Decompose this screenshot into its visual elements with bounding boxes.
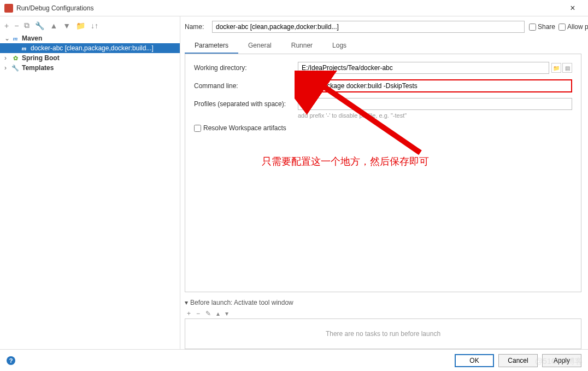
before-launch-title: Before launch: Activate tool window <box>190 299 293 306</box>
tabs: Parameters General Runner Logs <box>185 38 581 54</box>
maven-icon: m <box>20 44 28 52</box>
tree-maven-child-label: docker-abc [clean,package,docker:build..… <box>31 44 154 52</box>
close-icon[interactable]: × <box>562 3 584 13</box>
tab-runner[interactable]: Runner <box>281 38 322 54</box>
folder-icon[interactable]: 📁 <box>76 21 85 30</box>
settings-icon[interactable]: 🔧 <box>35 21 44 30</box>
resolve-label: Resolve Workspace artifacts <box>203 124 286 132</box>
window-title: Run/Debug Configurations <box>16 4 562 12</box>
parameters-panel: Working directory: 📁 ▤ Command line: Pro… <box>185 54 581 292</box>
profiles-hint: add prefix '-' to disable profile, e.g. … <box>298 112 572 119</box>
footer: ? OK Cancel Apply <box>0 349 588 371</box>
before-launch-empty: There are no tasks to run before launch <box>185 318 581 349</box>
before-launch-header[interactable]: ▾ Before launch: Activate tool window <box>185 297 581 309</box>
tree-maven[interactable]: m Maven <box>0 33 180 43</box>
add-icon[interactable]: + <box>4 21 9 30</box>
resolve-checkbox[interactable] <box>194 125 201 132</box>
sort-icon[interactable]: ↓↑ <box>91 21 98 30</box>
parallel-checkbox[interactable]: Allow parallel run <box>558 23 581 31</box>
remove-icon[interactable]: − <box>14 21 19 30</box>
help-icon[interactable]: ? <box>7 356 15 365</box>
cmdline-input[interactable] <box>298 79 572 92</box>
down-icon[interactable]: ▼ <box>63 21 70 30</box>
spring-icon: ✿ <box>11 54 20 62</box>
tab-general[interactable]: General <box>238 38 281 54</box>
config-tree: m Maven m docker-abc [clean,package,dock… <box>0 33 180 347</box>
copy-icon[interactable]: ⧉ <box>24 21 30 30</box>
tree-maven-child[interactable]: m docker-abc [clean,package,docker:build… <box>0 43 180 53</box>
bl-up-icon[interactable]: ▴ <box>216 310 220 317</box>
tab-parameters[interactable]: Parameters <box>185 38 238 54</box>
sidebar-toolbar: + − ⧉ 🔧 ▲ ▼ 📁 ↓↑ <box>0 19 180 33</box>
workdir-label: Working directory: <box>194 64 298 72</box>
share-checkbox[interactable]: Share <box>529 23 552 31</box>
annotation-text: 只需要配置这一个地方，然后保存即可 <box>262 155 429 168</box>
insert-icon[interactable]: ▤ <box>562 63 572 73</box>
tree-spring[interactable]: ✿ Spring Boot <box>0 53 180 63</box>
bl-edit-icon[interactable]: ✎ <box>205 310 211 317</box>
workdir-input[interactable] <box>298 62 549 74</box>
before-launch: ▾ Before launch: Activate tool window + … <box>185 297 581 349</box>
profiles-label: Profiles (separated with space): <box>194 100 298 108</box>
cancel-button[interactable]: Cancel <box>498 354 538 367</box>
tree-templates[interactable]: 🔧 Templates <box>0 63 180 73</box>
ok-button[interactable]: OK <box>455 354 494 367</box>
content: Name: Share Allow parallel run Parameter… <box>180 16 588 349</box>
maven-icon: m <box>11 34 20 42</box>
profiles-input[interactable] <box>298 98 572 110</box>
tree-templates-label: Templates <box>22 64 54 72</box>
cmdline-label: Command line: <box>194 82 298 90</box>
up-icon[interactable]: ▲ <box>50 21 57 30</box>
bl-down-icon[interactable]: ▾ <box>225 310 228 317</box>
expand-icon: ▾ <box>185 299 188 306</box>
tree-spring-label: Spring Boot <box>22 54 60 62</box>
name-input[interactable] <box>212 21 525 33</box>
tree-maven-label: Maven <box>22 34 42 42</box>
apply-button[interactable]: Apply <box>542 354 581 367</box>
name-label: Name: <box>185 23 208 31</box>
bl-add-icon[interactable]: + <box>187 310 191 317</box>
titlebar: Run/Debug Configurations × <box>0 0 588 16</box>
browse-icon[interactable]: 📁 <box>551 63 561 73</box>
app-icon <box>4 4 13 13</box>
bl-remove-icon[interactable]: − <box>196 310 200 317</box>
sidebar: + − ⧉ 🔧 ▲ ▼ 📁 ↓↑ m Maven m docker-abc [c… <box>0 16 180 349</box>
tab-logs[interactable]: Logs <box>322 38 356 54</box>
wrench-icon: 🔧 <box>11 64 20 72</box>
